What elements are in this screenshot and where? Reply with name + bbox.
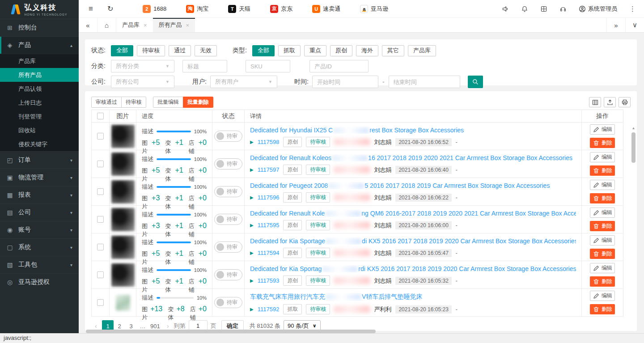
next-page-icon[interactable]: › [165,322,171,330]
play-icon[interactable]: ▶ [250,223,254,228]
sidebar-subitem-recycle-bin[interactable]: 回收站 [0,123,79,137]
marketplace-taobao[interactable]: 淘淘宝 [186,5,208,13]
sidebar-item-amazon-auth[interactable]: ◎亚马逊授权 [0,273,79,291]
edit-button[interactable]: 编辑 [590,235,615,246]
support-headset-icon[interactable] [559,5,567,13]
delete-button[interactable]: 删除 [590,138,615,148]
play-icon[interactable]: ▶ [250,250,254,255]
approve-button[interactable]: 审核通过 [91,97,122,108]
row-checkbox[interactable] [97,133,104,140]
edit-button[interactable]: 编辑 [590,207,615,218]
product-image[interactable] [111,263,135,287]
sidebar-subitem-upload-log[interactable]: 上传日志 [0,96,79,110]
pending-review-button[interactable]: 待审核 [121,97,146,108]
product-id[interactable]: 1117595 [258,222,280,229]
delete-button[interactable]: 删除 [590,304,615,314]
tabs-menu-icon[interactable]: ∨ [625,18,644,32]
row-checkbox[interactable] [97,188,104,195]
user-menu[interactable]: 系统管理员 [579,5,617,13]
status-filter-chip-0[interactable]: 全部 [111,45,133,56]
sidebar-item-product[interactable]: ◈产品▴ [0,36,79,54]
apps-grid-icon[interactable] [540,5,547,13]
product-title-link[interactable]: Dedicated for Renault Koleos16 2017 2018… [250,154,576,161]
row-checkbox[interactable] [97,271,104,278]
type-filter-chip-0[interactable]: 全部 [252,45,275,56]
tab-all-products[interactable]: 所有产品 × [153,18,195,32]
print-icon[interactable] [619,97,631,107]
product-title-link[interactable]: Dedicated for Renault Koleng QM6 2016-20… [250,210,576,217]
marketplace-aliexpress[interactable]: U速卖通 [312,5,340,13]
refresh-icon[interactable]: ↻ [107,4,113,13]
sidebar-subitem-infringement-keywords[interactable]: 侵权关键字 [0,137,79,151]
delete-button[interactable]: 删除 [590,193,615,203]
category-select[interactable]: 所有分类 ▼ [111,60,174,72]
product-image[interactable] [111,152,135,176]
row-checkbox[interactable] [97,299,104,306]
edit-button[interactable]: 编辑 [590,291,615,301]
prev-page-icon[interactable]: ‹ [93,322,99,330]
product-id-input[interactable] [309,60,369,72]
product-title-link[interactable]: Dedicated for Kia Sportagedi KX5 2016 20… [250,237,576,245]
close-icon[interactable]: × [186,22,190,29]
user-select[interactable]: 所有用户 ▼ [210,76,277,88]
search-button[interactable] [468,76,483,88]
product-image[interactable] [111,208,135,231]
type-filter-chip-3[interactable]: 原创 [330,45,352,56]
marketplace-tmall[interactable]: T天猫 [228,5,250,13]
batch-edit-button[interactable]: 批量编辑 [153,97,183,108]
marketplace-jd[interactable]: 京京东 [270,5,292,13]
status-filter-chip-3[interactable]: 无效 [195,45,217,56]
more-menu-icon[interactable]: ⋮ [629,5,636,13]
sidebar-subitem-listing-management[interactable]: 刊登管理 [0,110,79,123]
title-input[interactable] [182,60,227,72]
product-image[interactable] [116,295,130,311]
type-filter-chip-1[interactable]: 抓取 [278,45,301,56]
product-title-link[interactable]: 车载充气床车用旅行汽车充V轿车后排气垫睡觉床 [250,293,576,301]
delete-button[interactable]: 删除 [590,221,615,231]
marketplace-amazon[interactable]: a亚马逊 [360,5,388,13]
edit-button[interactable]: 编辑 [590,180,615,190]
product-id[interactable]: 1117592 [258,306,280,313]
product-id[interactable]: 1117597 [258,166,280,173]
type-filter-chip-4[interactable]: 海外 [356,45,378,56]
row-checkbox[interactable] [97,161,104,167]
collapse-sidebar-icon[interactable]: ≡ [89,4,93,13]
sidebar-item-account[interactable]: ◉账号▾ [0,221,79,238]
type-filter-chip-5[interactable]: 其它 [382,45,404,56]
delete-button[interactable]: 删除 [590,165,615,176]
batch-delete-button[interactable]: 批量删除 [183,97,213,108]
play-icon[interactable]: ▶ [250,140,254,144]
type-filter-chip-6[interactable]: 产品库 [408,45,436,56]
play-icon[interactable]: ▶ [250,307,254,312]
sidebar-subitem-product-claim[interactable]: 产品认领 [0,82,79,96]
end-time-input[interactable] [389,76,460,88]
product-title-link[interactable]: Dedicated for Peugeot 20085 2016 2017 20… [250,182,576,189]
product-id[interactable]: 1117594 [258,250,280,256]
product-id[interactable]: 1117596 [258,194,280,201]
sidebar-item-logistics[interactable]: ▣物流管理▾ [0,169,79,186]
edit-button[interactable]: 编辑 [590,124,615,135]
notification-bell-icon[interactable] [521,5,528,13]
tab-product-library[interactable]: 产品库 × [116,18,153,32]
sku-input[interactable] [246,60,290,72]
product-title-link[interactable]: Dedicated for Hyundai IX25 Crest Box Sto… [250,127,576,134]
sidebar-subitem-all-products[interactable]: 所有产品 [0,68,79,82]
sidebar-item-dashboard[interactable]: ⊞控制台 [0,19,79,36]
product-title-link[interactable]: Dedicated for Kia Sportagrdi KX5 2016 20… [250,265,576,272]
play-icon[interactable]: ▶ [250,278,254,283]
edit-button[interactable]: 编辑 [590,263,615,273]
export-icon[interactable] [604,97,616,107]
tabs-scroll-right-icon[interactable]: » [606,18,625,32]
announcement-icon[interactable] [502,5,509,13]
product-id[interactable]: 1117593 [258,277,280,284]
row-checkbox[interactable] [97,244,104,250]
row-checkbox[interactable] [97,216,104,223]
horizontal-scrollbar-thumb[interactable] [86,330,376,333]
play-icon[interactable]: ▶ [250,167,254,172]
product-id[interactable]: 1117598 [258,139,280,145]
play-icon[interactable]: ▶ [250,195,254,200]
scrollbar-thumb[interactable] [631,132,636,163]
product-image[interactable] [111,236,135,259]
start-time-input[interactable] [312,76,378,88]
close-icon[interactable]: × [144,22,147,29]
